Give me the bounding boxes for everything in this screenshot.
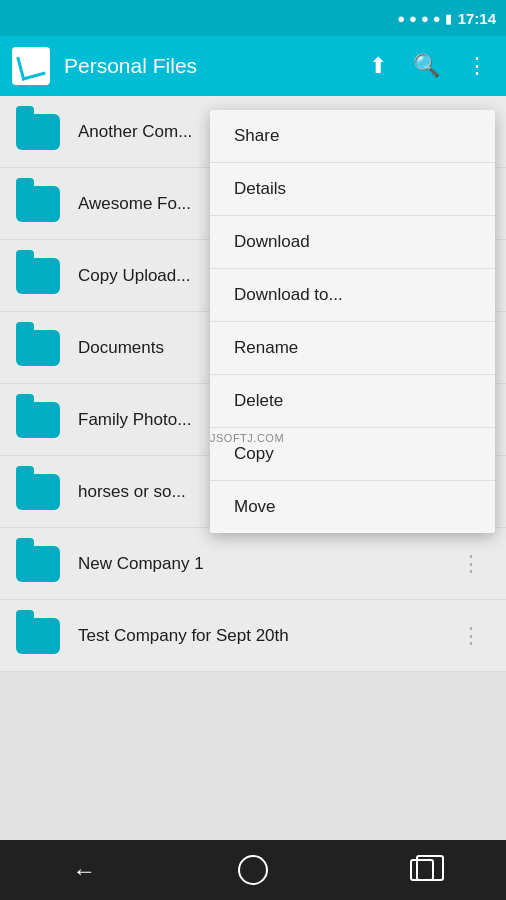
app-title: Personal Files (64, 54, 349, 78)
status-icons: ● ● ● ● ▮ (397, 11, 451, 26)
home-button[interactable] (228, 850, 278, 890)
home-icon (238, 855, 268, 885)
recents-icon (410, 859, 434, 881)
context-menu-delete[interactable]: Delete (210, 375, 495, 428)
context-menu-rename[interactable]: Rename (210, 322, 495, 375)
app-logo-mark (16, 51, 45, 80)
context-menu-share[interactable]: Share (210, 110, 495, 163)
back-icon (72, 855, 96, 886)
app-bar: Personal Files ⬆ 🔍 ⋮ (0, 36, 506, 96)
upload-button[interactable]: ⬆ (363, 47, 393, 85)
context-menu-move[interactable]: Move (210, 481, 495, 533)
location-icon: ● (397, 11, 405, 26)
context-menu-download-to[interactable]: Download to... (210, 269, 495, 322)
context-menu-download[interactable]: Download (210, 216, 495, 269)
context-menu: Share Details Download Download to... Re… (210, 110, 495, 533)
app-logo (12, 47, 50, 85)
wifi-icon: ● (421, 11, 429, 26)
watermark: JSOFTJ.COM (210, 432, 284, 444)
context-menu-details[interactable]: Details (210, 163, 495, 216)
status-bar: ● ● ● ● ▮ 17:14 (0, 0, 506, 36)
sim-icon: ● (409, 11, 417, 26)
recents-button[interactable] (397, 850, 447, 890)
status-time: 17:14 (458, 10, 496, 27)
bottom-nav (0, 840, 506, 900)
battery-icon: ▮ (445, 11, 452, 26)
signal-icon: ● (433, 11, 441, 26)
more-menu-button[interactable]: ⋮ (460, 47, 494, 85)
back-button[interactable] (59, 850, 109, 890)
search-button[interactable]: 🔍 (407, 47, 446, 85)
